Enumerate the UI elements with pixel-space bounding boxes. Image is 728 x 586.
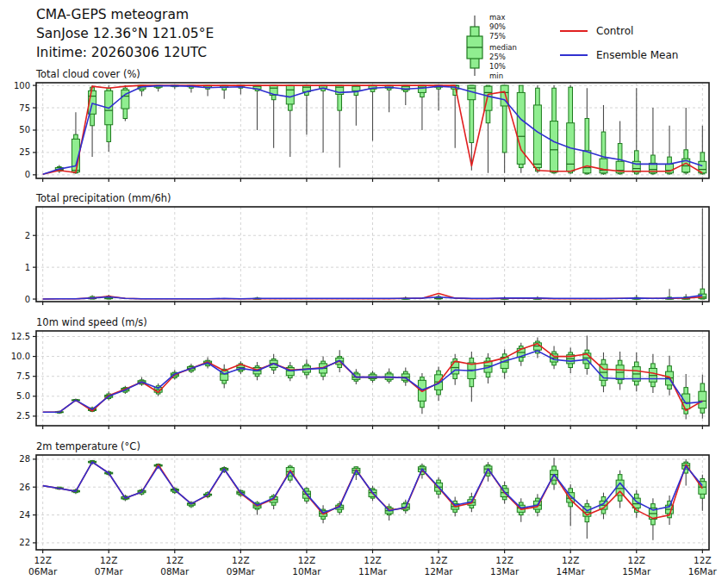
svg-text:12Z: 12Z [232,555,250,565]
svg-text:12Z: 12Z [100,555,118,565]
panel-wind-speed: 2.55.07.510.012.5 [11,331,709,429]
panel-precipitation: 012 [25,207,709,305]
svg-text:22: 22 [19,538,30,547]
svg-text:2: 2 [25,231,30,240]
svg-text:12Z: 12Z [364,555,382,565]
svg-text:50: 50 [19,125,30,134]
svg-text:12Z: 12Z [298,555,316,565]
svg-text:10.0: 10.0 [11,352,30,361]
svg-text:15Mar: 15Mar [622,566,651,577]
panel-cloud-cover: 0255075100 [14,81,709,182]
svg-text:1: 1 [25,263,30,272]
meteogram-screen: CMA-GEPS meteogram SanJose 12.36°N 121.0… [0,0,728,586]
svg-text:06Mar: 06Mar [28,566,58,577]
svg-text:12Z: 12Z [694,555,712,565]
svg-text:25: 25 [19,147,30,157]
svg-text:09Mar: 09Mar [227,566,256,577]
svg-text:7.5: 7.5 [16,371,30,381]
svg-text:11Mar: 11Mar [358,566,388,577]
svg-text:0: 0 [25,295,30,304]
svg-text:100: 100 [14,81,30,90]
svg-text:12Z: 12Z [495,555,513,565]
svg-text:24: 24 [19,510,30,520]
meteogram-chart: 02550751000122.55.07.510.012.52224262812… [0,0,728,586]
svg-text:5.0: 5.0 [16,391,30,401]
svg-text:13Mar: 13Mar [490,566,520,577]
svg-text:14Mar: 14Mar [557,566,586,577]
panel-temperature: 2224262812Z06Mar12Z07Mar12Z08Mar12Z09Mar… [19,454,717,577]
svg-text:12Z: 12Z [627,555,645,565]
svg-text:16Mar: 16Mar [688,566,718,577]
svg-text:12Mar: 12Mar [424,566,453,577]
svg-text:28: 28 [19,454,30,464]
svg-text:0: 0 [25,170,30,179]
svg-text:12Z: 12Z [34,555,52,565]
svg-text:12Z: 12Z [166,555,184,565]
svg-text:12Z: 12Z [430,555,448,565]
svg-text:10Mar: 10Mar [292,566,321,577]
svg-text:26: 26 [19,483,30,492]
svg-text:2.5: 2.5 [16,411,30,421]
svg-text:75: 75 [19,103,30,113]
svg-text:12.5: 12.5 [11,332,30,341]
svg-text:08Mar: 08Mar [160,566,190,577]
svg-text:07Mar: 07Mar [95,566,124,577]
svg-text:12Z: 12Z [562,555,580,565]
